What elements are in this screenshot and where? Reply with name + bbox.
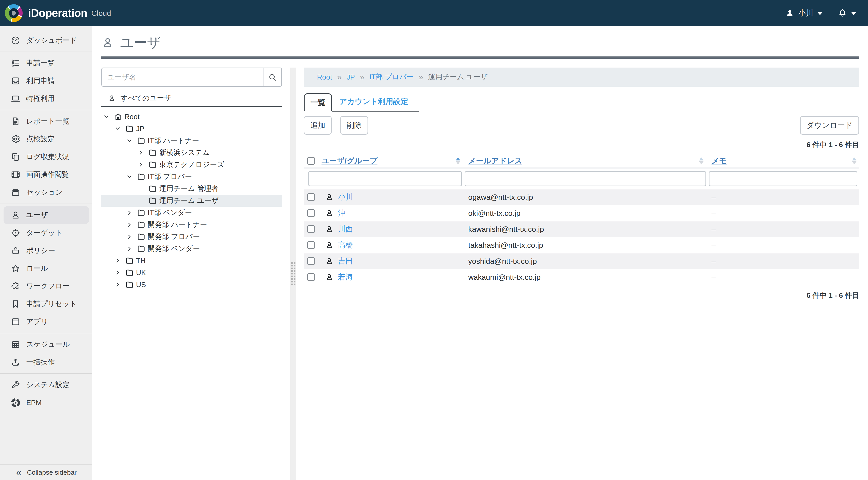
sidebar-item-request-list[interactable]: 申請一覧 (4, 54, 89, 72)
filter-input-user-group[interactable] (308, 171, 462, 186)
tree-item[interactable]: 開発部 プロパー (101, 231, 282, 243)
sidebar-item-role[interactable]: ロール (4, 260, 89, 277)
sidebar-item-inspection-settings[interactable]: 点検設定 (4, 130, 89, 148)
tree-item[interactable]: 開発部 パートナー (101, 219, 282, 231)
sidebar-item-label: EPM (26, 399, 41, 407)
user-link[interactable]: 川西 (338, 224, 353, 234)
user-link[interactable]: 若海 (338, 272, 353, 282)
tree-item-label: IT部 プロパー (148, 172, 192, 182)
row-checkbox[interactable] (307, 225, 315, 233)
user-menu-caret-icon[interactable] (817, 12, 823, 15)
folder-icon (149, 149, 159, 157)
chevron-down-icon[interactable] (115, 126, 125, 132)
sidebar-item-user[interactable]: ユーザ (4, 206, 89, 224)
tree-item[interactable]: 運用チーム 管理者 (101, 183, 282, 195)
chevron-down-icon[interactable] (126, 173, 137, 180)
sidebar-item-screen-operation[interactable]: 画面操作閲覧 (4, 166, 89, 184)
breadcrumb-item[interactable]: IT部 プロパー (369, 72, 414, 82)
user-search-input[interactable] (102, 68, 263, 86)
sidebar-item-usage-request[interactable]: 利用申請 (4, 72, 89, 90)
user-link[interactable]: 沖 (338, 208, 345, 218)
sidebar-item-report-list[interactable]: レポート一覧 (4, 113, 89, 130)
tree-item[interactable]: JP (101, 123, 282, 135)
filter-input-email[interactable] (465, 171, 706, 186)
download-button[interactable]: ダウンロード (800, 116, 859, 135)
user-link[interactable]: 小川 (338, 192, 353, 202)
sidebar-item-label: ダッシュボード (26, 36, 77, 45)
chevron-right-icon[interactable] (115, 282, 125, 288)
tree-item-label: US (136, 281, 146, 289)
delete-button[interactable]: 削除 (340, 116, 368, 135)
sidebar-item-privileged-use[interactable]: 特権利用 (4, 90, 89, 107)
notifications-bell-icon[interactable] (838, 8, 847, 18)
workflow-icon (11, 281, 21, 291)
sidebar-item-system-settings[interactable]: システム設定 (4, 376, 89, 394)
all-users-link[interactable]: すべてのユーザ (101, 93, 282, 103)
tree-item[interactable]: TH (101, 255, 282, 267)
sidebar-item-request-preset[interactable]: 申請プリセット (4, 295, 89, 313)
sort-control-memo[interactable] (852, 157, 857, 164)
filter-input-memo[interactable] (709, 171, 857, 186)
collapse-sidebar-button[interactable]: « Collapse sidebar (0, 465, 92, 480)
sidebar-item-target[interactable]: ターゲット (4, 224, 89, 242)
chevron-right-icon[interactable] (115, 258, 125, 264)
sidebar-item-app[interactable]: アプリ (4, 313, 89, 331)
chevron-right-icon[interactable] (115, 269, 125, 276)
tree-item[interactable]: 開発部 ベンダー (101, 243, 282, 255)
sidebar-item-dashboard[interactable]: ダッシュボード (4, 32, 89, 49)
row-checkbox[interactable] (307, 209, 315, 217)
chevron-right-icon[interactable] (138, 150, 149, 156)
row-checkbox[interactable] (307, 241, 315, 249)
chevron-right-icon[interactable] (126, 233, 137, 240)
folder-icon (137, 220, 148, 229)
sort-control-email[interactable] (699, 157, 704, 164)
user-link[interactable]: 吉田 (338, 256, 353, 266)
tree-item-label: 開発部 プロパー (148, 232, 200, 242)
tree-item[interactable]: 運用チーム ユーザ (101, 195, 282, 207)
breadcrumb-item[interactable]: JP (347, 73, 355, 81)
sidebar-item-epm[interactable]: EPM (4, 394, 89, 412)
tree-item[interactable]: Root (101, 111, 282, 123)
breadcrumb-item: 運用チーム ユーザ (428, 72, 488, 82)
chevron-right-icon[interactable] (126, 210, 137, 216)
sidebar-item-log-collection[interactable]: ログ収集状況 (4, 148, 89, 166)
user-name[interactable]: 小川 (798, 8, 813, 18)
chevron-right-icon[interactable] (138, 162, 149, 168)
chevron-right-icon[interactable] (126, 222, 137, 228)
search-button[interactable] (263, 68, 281, 86)
row-checkbox[interactable] (307, 257, 315, 265)
row-checkbox[interactable] (307, 193, 315, 201)
chevron-down-icon[interactable] (103, 114, 114, 120)
tree-underline (101, 106, 282, 107)
tree-item[interactable]: IT部 プロパー (101, 171, 282, 183)
sidebar-item-bulk-operation[interactable]: 一括操作 (4, 353, 89, 371)
tab-account-settings[interactable]: アカウント利用設定 (332, 93, 414, 111)
tree-item[interactable]: 東京テクノロジーズ (101, 159, 282, 171)
sort-control-user-group[interactable] (456, 157, 460, 164)
row-checkbox[interactable] (307, 273, 315, 281)
user-link[interactable]: 高橋 (338, 240, 353, 250)
sidebar-item-policy[interactable]: ポリシー (4, 242, 89, 260)
sidebar-divider (0, 373, 92, 374)
tab-list[interactable]: 一覧 (304, 93, 332, 111)
tree-item[interactable]: US (101, 279, 282, 291)
tree-item[interactable]: IT部 ベンダー (101, 207, 282, 219)
select-all-checkbox[interactable] (307, 157, 315, 165)
column-header-user-group-label[interactable]: ユーザ/グループ (321, 156, 377, 166)
chevron-right-icon[interactable] (126, 246, 137, 252)
column-header-user-group: ユーザ/グループ (321, 154, 463, 167)
column-header-email-label[interactable]: メールアドレス (468, 156, 522, 166)
column-header-memo-label[interactable]: メモ (711, 156, 727, 166)
breadcrumb-item[interactable]: Root (317, 73, 332, 81)
tree-item[interactable]: IT部 パートナー (101, 135, 282, 147)
drag-grip-icon[interactable] (291, 262, 296, 285)
add-button[interactable]: 追加 (304, 116, 332, 135)
chevron-down-icon[interactable] (126, 137, 137, 144)
sidebar-item-session[interactable]: セッション (4, 184, 89, 201)
sidebar-item-schedule[interactable]: スケジュール (4, 335, 89, 353)
notifications-caret-icon[interactable] (851, 12, 857, 15)
panel-resize-divider[interactable] (290, 68, 296, 480)
tree-item[interactable]: 新横浜システム (101, 147, 282, 159)
tree-item[interactable]: UK (101, 267, 282, 279)
sidebar-item-workflow[interactable]: ワークフロー (4, 277, 89, 295)
